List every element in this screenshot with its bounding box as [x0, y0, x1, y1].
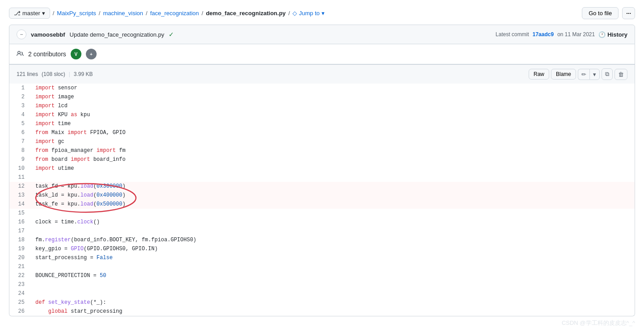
- line-code: [32, 280, 635, 289]
- table-row: 24: [9, 289, 635, 298]
- line-number: 7: [9, 137, 32, 146]
- table-row: 9 from board import board_info: [9, 155, 635, 164]
- table-row: 12 task_fd = kpu.load(0x300000): [9, 182, 635, 191]
- commit-bar: − vamoosebbf Update demo_face_recognizat…: [9, 25, 635, 44]
- line-code: [32, 209, 635, 218]
- breadcrumb-link-machine[interactable]: machine_vision: [103, 10, 143, 17]
- breadcrumb-sep-5: /: [288, 10, 290, 17]
- line-code: import gc: [32, 137, 635, 146]
- line-number: 12: [9, 182, 32, 191]
- file-toolbar: 121 lines (108 sloc) | 3.99 KB Raw Blame…: [9, 64, 635, 84]
- line-number: 19: [9, 244, 32, 253]
- line-code: fm.register(board_info.BOOT_KEY, fm.fpio…: [32, 235, 635, 244]
- raw-button[interactable]: Raw: [529, 69, 549, 80]
- line-number: 24: [9, 289, 32, 298]
- branch-selector[interactable]: ⎇ master ▾: [9, 8, 50, 19]
- line-number: 26: [9, 307, 32, 316]
- line-code: [32, 289, 635, 298]
- table-row: 13 task_ld = kpu.load(0x400000): [9, 191, 635, 200]
- history-link[interactable]: 🕐 History: [598, 31, 627, 38]
- code-wrapper: 1 import sensor 2 import image 3 import …: [9, 84, 635, 316]
- code-area: 1 import sensor 2 import image 3 import …: [9, 84, 635, 316]
- line-number: 11: [9, 173, 32, 182]
- code-table: 1 import sensor 2 import image 3 import …: [9, 84, 635, 316]
- blame-button[interactable]: Blame: [551, 69, 576, 80]
- collapse-button[interactable]: −: [17, 29, 26, 39]
- line-number: 5: [9, 119, 32, 128]
- line-number: 16: [9, 218, 32, 227]
- table-row: 2 import image: [9, 92, 635, 101]
- line-code: [32, 173, 635, 182]
- line-number: 6: [9, 128, 32, 137]
- line-number: 23: [9, 280, 32, 289]
- line-number: 1: [9, 84, 32, 92]
- table-row: 18 fm.register(board_info.BOOT_KEY, fm.f…: [9, 235, 635, 244]
- line-code: task_fd = kpu.load(0x300000): [32, 182, 635, 191]
- file-lines: 121 lines: [17, 71, 38, 77]
- contributor-avatar-1[interactable]: V: [71, 49, 81, 59]
- line-number: 2: [9, 92, 32, 101]
- line-number: 4: [9, 110, 32, 119]
- watermark: CSDN @学工科的皮皮志^_^: [562, 319, 635, 323]
- breadcrumb-sep-1: /: [53, 10, 55, 17]
- branch-icon: ⎇: [14, 10, 21, 17]
- line-number: 14: [9, 200, 32, 209]
- copy-button[interactable]: ⧉: [602, 68, 613, 80]
- commit-hash[interactable]: 17aadc9: [533, 31, 554, 38]
- commit-message: Update demo_face_recognization.py: [70, 31, 165, 38]
- breadcrumb-link-face[interactable]: face_recognization: [150, 10, 199, 17]
- line-code: from Maix import FPIOA, GPIO: [32, 128, 635, 137]
- line-code: task_fe = kpu.load(0x500000): [32, 200, 635, 209]
- go-to-file-button[interactable]: Go to file: [582, 7, 619, 19]
- jump-to-label: Jump to: [299, 10, 319, 17]
- line-number: 22: [9, 271, 32, 280]
- breadcrumb-current-file: demo_face_recognization.py: [206, 10, 285, 17]
- contributors-count: 2 contributors: [28, 50, 66, 58]
- line-code: [32, 227, 635, 235]
- breadcrumb-sep-2: /: [99, 10, 101, 17]
- line-number: 3: [9, 101, 32, 110]
- check-icon: ✓: [169, 31, 174, 38]
- more-options-button[interactable]: ···: [622, 7, 635, 19]
- line-code: import sensor: [32, 84, 635, 92]
- table-row: 22 BOUNCE_PROTECTION = 50: [9, 271, 635, 280]
- contributors-icon: [17, 50, 24, 59]
- line-code: task_ld = kpu.load(0x400000): [32, 191, 635, 200]
- line-code: from fpioa_manager import fm: [32, 146, 635, 155]
- table-row: 15: [9, 209, 635, 218]
- breadcrumb-right: Go to file ···: [582, 7, 635, 19]
- table-row: 23: [9, 280, 635, 289]
- breadcrumb-link-maixpy[interactable]: MaixPy_scripts: [57, 10, 96, 17]
- file-sloc: (108 sloc): [42, 71, 65, 77]
- history-icon: 🕐: [598, 31, 606, 38]
- jump-to-button[interactable]: ◇ Jump to ▾: [292, 10, 324, 17]
- line-code: key_gpio = GPIO(GPIO.GPIOHS0, GPIO.IN): [32, 244, 635, 253]
- edit-button[interactable]: ✏: [578, 69, 589, 80]
- edit-chevron-button[interactable]: ▾: [589, 69, 600, 80]
- line-number: 17: [9, 227, 32, 235]
- line-code: [32, 262, 635, 271]
- file-viewer: 121 lines (108 sloc) | 3.99 KB Raw Blame…: [9, 64, 635, 316]
- table-row: 25 def set_key_state(*_):: [9, 298, 635, 307]
- delete-button[interactable]: 🗑: [614, 69, 627, 80]
- table-row: 5 import time: [9, 119, 635, 128]
- table-row: 16 clock = time.clock(): [9, 218, 635, 227]
- file-actions: Raw Blame ✏ ▾ ⧉ 🗑: [529, 68, 627, 80]
- line-number: 18: [9, 235, 32, 244]
- contributor-avatar-2[interactable]: +: [86, 49, 97, 59]
- table-row: 6 from Maix import FPIOA, GPIO: [9, 128, 635, 137]
- line-code: import KPU as kpu: [32, 110, 635, 119]
- table-row: 3 import lcd: [9, 101, 635, 110]
- line-number: 25: [9, 298, 32, 307]
- table-row: 4 import KPU as kpu: [9, 110, 635, 119]
- file-meta: 121 lines (108 sloc) | 3.99 KB: [17, 71, 93, 77]
- table-row: 10 import utime: [9, 164, 635, 173]
- line-code: import time: [32, 119, 635, 128]
- line-code: def set_key_state(*_):: [32, 298, 635, 307]
- line-code: import utime: [32, 164, 635, 173]
- line-code: import lcd: [32, 101, 635, 110]
- breadcrumb-left: ⎇ master ▾ / MaixPy_scripts / machine_vi…: [9, 8, 325, 19]
- line-number: 21: [9, 262, 32, 271]
- table-row: 17: [9, 227, 635, 235]
- branch-chevron: ▾: [42, 10, 45, 17]
